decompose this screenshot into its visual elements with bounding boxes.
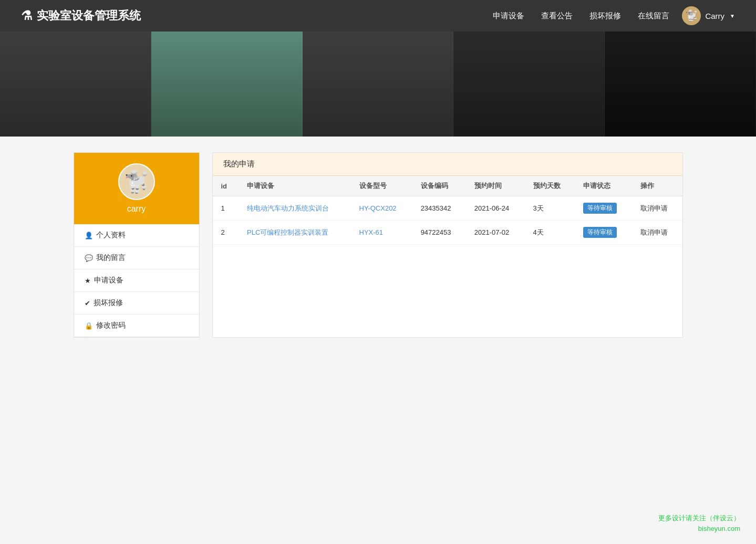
sidebar-item-repair[interactable]: ✔ 损坏报修 — [74, 292, 199, 315]
sidebar-item-password[interactable]: 🔒 修改密码 — [74, 315, 199, 337]
nav-repair[interactable]: 损坏报修 — [589, 11, 621, 21]
col-code: 设备编码 — [412, 176, 466, 196]
cell-status: 等待审核 — [575, 221, 632, 245]
sidebar-item-profile[interactable]: 👤 个人资料 — [74, 224, 199, 247]
applications-panel: 我的申请 id 申请设备 设备型号 设备编码 预约时间 预约天数 申请状态 操作… — [212, 152, 683, 338]
cell-model: HY-QCX202 — [351, 196, 412, 221]
table-row: 2 PLC可编程控制器实训装置 HYX-61 94722453 2021-07-… — [213, 221, 682, 245]
sidebar-label-profile: 个人资料 — [96, 231, 126, 240]
col-status: 申请状态 — [575, 176, 632, 196]
cell-id: 2 — [213, 221, 239, 245]
cell-action: 取消申请 — [632, 196, 682, 221]
status-badge: 等待审核 — [583, 203, 617, 214]
sidebar-item-apply[interactable]: ★ 申请设备 — [74, 269, 199, 292]
nav-apply[interactable]: 申请设备 — [493, 11, 524, 21]
col-model: 设备型号 — [351, 176, 412, 196]
nav-message[interactable]: 在线留言 — [638, 11, 669, 21]
cell-model: HYX-61 — [351, 221, 412, 245]
col-days: 预约天数 — [525, 176, 575, 196]
cell-action: 取消申请 — [632, 221, 682, 245]
hero-panel-1 — [0, 32, 151, 137]
user-menu[interactable]: 🐩 Carry ▼ — [682, 6, 735, 25]
sidebar-profile: 🐩 carry — [74, 153, 199, 224]
cell-date: 2021-06-24 — [466, 196, 525, 221]
main-nav: 申请设备 查看公告 损坏报修 在线留言 — [493, 11, 669, 21]
cell-days: 3天 — [525, 196, 575, 221]
hero-banner — [0, 32, 756, 137]
cell-id: 1 — [213, 196, 239, 221]
col-id: id — [213, 176, 239, 196]
avatar: 🐩 — [682, 6, 701, 25]
profile-avatar: 🐩 — [118, 163, 155, 200]
status-badge: 等待审核 — [583, 227, 617, 238]
hero-panel-4 — [453, 32, 605, 137]
nav-notice[interactable]: 查看公告 — [541, 11, 573, 21]
cell-device-name: PLC可编程控制器实训装置 — [239, 221, 351, 245]
brand-text: 实验室设备管理系统 — [37, 8, 141, 24]
col-device: 申请设备 — [239, 176, 351, 196]
sidebar-label-repair: 损坏报修 — [94, 298, 123, 308]
star-icon: ★ — [85, 277, 91, 285]
cell-days: 4天 — [525, 221, 575, 245]
applications-table: id 申请设备 设备型号 设备编码 预约时间 预约天数 申请状态 操作 1 纯电… — [213, 176, 682, 245]
sidebar-label-apply: 申请设备 — [94, 276, 123, 285]
table-row: 1 纯电动汽车动力系统实训台 HY-QCX202 23435342 2021-0… — [213, 196, 682, 221]
profile-name: carry — [127, 204, 146, 214]
hero-panel-5 — [605, 32, 756, 137]
col-date: 预约时间 — [466, 176, 525, 196]
cancel-button[interactable]: 取消申请 — [640, 204, 668, 213]
brand: ⚗ 实验室设备管理系统 — [21, 8, 493, 24]
sidebar-menu: 👤 个人资料 💬 我的留言 ★ 申请设备 ✔ 损坏报修 🔒 修改密码 — [74, 224, 199, 337]
applications-title: 我的申请 — [213, 153, 682, 176]
hero-panel-2 — [151, 32, 303, 137]
sidebar-item-messages[interactable]: 💬 我的留言 — [74, 247, 199, 269]
cancel-button[interactable]: 取消申请 — [640, 228, 668, 237]
user-name: Carry — [705, 12, 724, 20]
cell-code: 23435342 — [412, 196, 466, 221]
caret-icon: ▼ — [730, 13, 735, 19]
sidebar: 🐩 carry 👤 个人资料 💬 我的留言 ★ 申请设备 ✔ 损坏报修 🔒 — [74, 152, 200, 338]
cell-status: 等待审核 — [575, 196, 632, 221]
col-action: 操作 — [632, 176, 682, 196]
hero-panel-3 — [303, 32, 454, 137]
person-icon: 👤 — [85, 232, 93, 239]
navbar: ⚗ 实验室设备管理系统 申请设备 查看公告 损坏报修 在线留言 🐩 Carry … — [0, 0, 756, 32]
table-header-row: id 申请设备 设备型号 设备编码 预约时间 预约天数 申请状态 操作 — [213, 176, 682, 196]
sidebar-label-password: 修改密码 — [96, 321, 126, 330]
lock-icon: 🔒 — [85, 322, 93, 330]
main-content: 🐩 carry 👤 个人资料 💬 我的留言 ★ 申请设备 ✔ 损坏报修 🔒 — [63, 152, 693, 338]
sidebar-label-messages: 我的留言 — [96, 253, 126, 263]
cell-code: 94722453 — [412, 221, 466, 245]
check-icon: ✔ — [85, 299, 90, 307]
flask-icon: ⚗ — [21, 8, 33, 23]
cell-device-name: 纯电动汽车动力系统实训台 — [239, 196, 351, 221]
message-icon: 💬 — [85, 254, 93, 262]
cell-date: 2021-07-02 — [466, 221, 525, 245]
